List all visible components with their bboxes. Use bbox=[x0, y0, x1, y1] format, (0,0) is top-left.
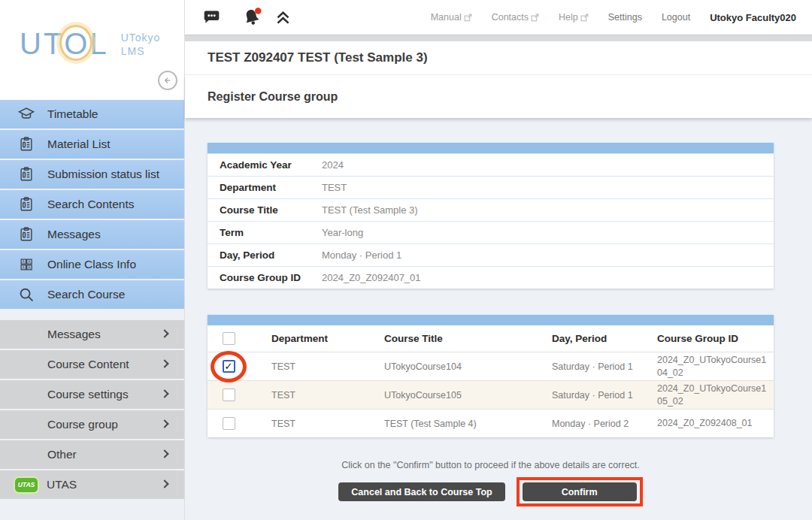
detail-label: Course Group ID bbox=[208, 272, 322, 283]
cell-course-title: UTokyoCourse104 bbox=[362, 361, 530, 372]
sidebar-item-timetable[interactable]: Timetable bbox=[0, 100, 184, 128]
detail-value: TEST (Test Sample 3) bbox=[322, 204, 418, 216]
utol-logo: UTOL UTokyo LMS bbox=[20, 29, 160, 59]
clipboard-icon bbox=[17, 226, 36, 243]
row-checkbox[interactable]: ✓ bbox=[223, 360, 235, 373]
manual-link[interactable]: Manual bbox=[431, 12, 472, 23]
sidebar-item-label: UTAS bbox=[47, 478, 77, 491]
chat-bubble-icon[interactable] bbox=[201, 8, 222, 26]
utol-logo-text: UTOL bbox=[20, 29, 109, 59]
sidebar-item-course-content[interactable]: Course Content bbox=[0, 350, 184, 379]
clipboard-icon bbox=[17, 166, 36, 183]
detail-value: TEST bbox=[322, 182, 347, 193]
detail-label: Academic Year bbox=[208, 159, 322, 171]
column-header-course-group-id: Course Group ID bbox=[635, 332, 774, 346]
table-row: TEST UTokyoCourse105 Saturday · Period 1… bbox=[208, 380, 774, 409]
sidebar-item-label: Course settings bbox=[47, 388, 129, 401]
sidebar-item-messages[interactable]: Messages bbox=[0, 220, 184, 249]
cell-department: TEST bbox=[250, 419, 362, 429]
column-header-day-period: Day, Period bbox=[530, 333, 635, 344]
sidebar-item-label: Messages bbox=[47, 328, 101, 341]
cell-course-group-id: 2024_Z0_UTokyoCourse105_02 bbox=[635, 382, 774, 407]
sidebar-item-label: Material List bbox=[47, 138, 111, 151]
logo-ring-o: O bbox=[64, 29, 89, 59]
detail-value: 2024 bbox=[322, 159, 344, 171]
detail-row: Academic Year 2024 bbox=[208, 153, 774, 176]
detail-row: Course Group ID 2024_Z0_Z092407_01 bbox=[208, 266, 774, 289]
sidebar-item-other[interactable]: Other bbox=[0, 440, 184, 469]
search-icon bbox=[17, 286, 36, 304]
course-header-title: TEST Z092407 TEST (Test Sample 3) bbox=[208, 50, 428, 65]
external-link-icon bbox=[464, 14, 472, 22]
row-checkbox[interactable] bbox=[223, 388, 235, 401]
course-details-panel: Academic Year 2024 Department TEST Cours… bbox=[208, 143, 774, 289]
sidebar-main-menu: Timetable Material List bbox=[0, 100, 184, 309]
sidebar-item-utas[interactable]: UTAS UTAS bbox=[0, 470, 184, 499]
cell-course-title: TEST (Test Sample 4) bbox=[362, 419, 530, 429]
sidebar-item-label: Course group bbox=[47, 418, 118, 431]
detail-value: Year-long bbox=[322, 227, 363, 238]
double-chevron-up-icon[interactable] bbox=[273, 8, 293, 27]
detail-value: 2024_Z0_Z092407_01 bbox=[322, 272, 421, 283]
sidebar-item-course-messages[interactable]: Messages bbox=[0, 320, 184, 349]
confirm-instruction-text: Click on the "Confirm" button to proceed… bbox=[208, 460, 774, 470]
sidebar-item-course-settings[interactable]: Course settings bbox=[0, 380, 184, 409]
chevron-right-icon bbox=[160, 419, 168, 428]
logout-link[interactable]: Logout bbox=[662, 12, 690, 23]
sidebar-item-label: Search Contents bbox=[47, 198, 134, 211]
app-window: UTOL UTokyo LMS Timeta bbox=[0, 0, 812, 520]
sidebar-item-material-list[interactable]: Material List bbox=[0, 130, 184, 159]
main-column: Manual Contacts Help bbox=[184, 0, 812, 520]
detail-label: Day, Period bbox=[208, 249, 322, 261]
table-row: ✓ TEST UTokyoCourse104 Saturday · Period… bbox=[208, 352, 774, 380]
confirm-button[interactable]: Confirm bbox=[523, 482, 637, 501]
sidebar-item-label: Other bbox=[47, 448, 77, 461]
notification-badge bbox=[255, 8, 262, 14]
sidebar-collapse-button[interactable] bbox=[158, 71, 177, 90]
svg-text:A: A bbox=[23, 259, 26, 264]
contacts-link-label: Contacts bbox=[492, 12, 529, 23]
sidebar-item-search-contents[interactable]: Search Contents bbox=[0, 190, 184, 219]
row-checkbox[interactable] bbox=[223, 417, 235, 430]
grid-letters-icon: AAAA bbox=[17, 256, 36, 273]
chevron-right-icon bbox=[160, 359, 168, 367]
svg-text:A: A bbox=[28, 259, 31, 264]
utas-logo-icon: UTAS bbox=[15, 478, 38, 492]
column-header-department: Department bbox=[250, 333, 362, 344]
select-all-checkbox[interactable] bbox=[223, 332, 235, 345]
manual-link-label: Manual bbox=[431, 12, 462, 23]
sidebar-item-label: Messages bbox=[47, 228, 101, 241]
contacts-link[interactable]: Contacts bbox=[492, 12, 539, 23]
logo-area: UTOL UTokyo LMS bbox=[0, 0, 184, 100]
sidebar-item-online-class-info[interactable]: AAAA Online Class Info bbox=[0, 250, 184, 279]
panel-header-bar bbox=[208, 143, 774, 153]
sidebar-item-label: Submission status list bbox=[47, 168, 159, 181]
help-link[interactable]: Help bbox=[559, 12, 589, 23]
bell-notification-icon[interactable] bbox=[241, 7, 264, 28]
cell-day-period: Monday · Period 2 bbox=[530, 419, 635, 429]
cell-course-group-id: 2024_Z0_Z092408_01 bbox=[635, 417, 774, 429]
sidebar-item-course-group[interactable]: Course group bbox=[0, 410, 184, 439]
content-area: Academic Year 2024 Department TEST Cours… bbox=[185, 118, 812, 520]
detail-row: Day, Period Monday · Period 1 bbox=[208, 243, 774, 266]
detail-label: Course Title bbox=[208, 204, 322, 216]
chevron-right-icon bbox=[160, 449, 168, 458]
sidebar-item-label: Search Course bbox=[47, 288, 125, 301]
header-gap-strip bbox=[185, 35, 812, 41]
column-header-course-title: Course Title bbox=[362, 333, 530, 344]
top-links: Manual Contacts Help bbox=[431, 12, 796, 23]
detail-row: Course Title TEST (Test Sample 3) bbox=[208, 198, 774, 221]
panel-header-bar bbox=[208, 315, 774, 325]
cancel-button[interactable]: Cancel and Back to Course Top bbox=[338, 482, 504, 501]
settings-link[interactable]: Settings bbox=[608, 12, 642, 23]
graduation-cap-icon bbox=[17, 105, 36, 123]
sidebar-item-search-course[interactable]: Search Course bbox=[0, 280, 184, 309]
svg-text:A: A bbox=[23, 265, 26, 270]
page-title-bar: Register Course group bbox=[185, 75, 812, 118]
sidebar-item-submission-status-list[interactable]: Submission status list bbox=[0, 160, 184, 189]
sidebar-item-label: Course Content bbox=[47, 358, 129, 371]
page-title: Register Course group bbox=[208, 90, 338, 104]
utol-logo-subtext: UTokyo LMS bbox=[121, 32, 161, 58]
detail-value: Monday · Period 1 bbox=[322, 249, 401, 261]
chevron-right-icon bbox=[160, 329, 168, 337]
